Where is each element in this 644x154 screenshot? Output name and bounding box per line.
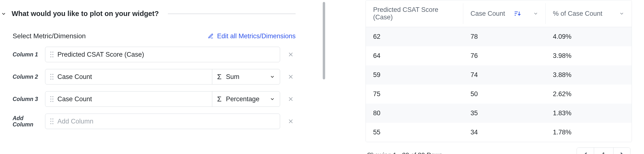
drag-handle-icon[interactable] (50, 118, 54, 125)
table-cell: 50 (463, 84, 546, 104)
drag-handle-icon[interactable] (50, 96, 54, 102)
column-field-1[interactable]: Predicted CSAT Score (Case) (45, 47, 280, 62)
add-column-field[interactable]: Add Column (45, 114, 280, 129)
svg-point-11 (52, 76, 53, 77)
column-field-3[interactable]: Case Count Σ Percentage (45, 91, 280, 107)
page-next-button[interactable] (613, 148, 630, 154)
svg-point-5 (52, 56, 53, 58)
remove-column-button[interactable] (286, 52, 296, 58)
remove-column-button[interactable] (286, 118, 296, 124)
preview-panel: Predicted CSAT Score (Case) Case Count (326, 0, 644, 154)
column-row-2: Column 2 Case Count Σ Sum (12, 69, 296, 84)
table-row[interactable]: 64763.98% (366, 46, 632, 66)
header-label: Case Count (470, 10, 505, 18)
metric-subheader-row: Select Metric/Dimension Edit all Metrics… (12, 32, 322, 40)
table-cell: 74 (463, 66, 546, 84)
table-row[interactable]: 55341.78% (366, 123, 632, 142)
svg-point-26 (50, 121, 51, 122)
aggregate-selector[interactable]: Σ Sum (212, 69, 280, 84)
sigma-icon: Σ (217, 95, 222, 103)
column-field-2[interactable]: Case Count Σ Sum (45, 69, 280, 84)
showing-rows-text: Showing 1 - 20 of 80 Rows (367, 151, 442, 154)
remove-column-button[interactable] (286, 96, 296, 102)
aggregate-selector[interactable]: Σ Percentage (212, 92, 280, 106)
table-row[interactable]: 80351.83% (366, 104, 632, 123)
section-header[interactable]: What would you like to plot on your widg… (0, 10, 322, 18)
column-label: Column 3 (12, 96, 39, 102)
field-value: Predicted CSAT Score (Case) (58, 51, 144, 58)
column-label: Column 1 (12, 51, 39, 58)
table-cell: 4.09% (546, 27, 632, 46)
header-cell-pct-case-count[interactable]: % of Case Count (546, 0, 632, 27)
svg-marker-37 (621, 152, 624, 154)
svg-point-24 (50, 118, 51, 119)
chevron-down-icon[interactable] (0, 10, 7, 18)
svg-point-18 (50, 98, 51, 100)
svg-point-2 (50, 54, 51, 55)
pencil-icon (208, 33, 214, 39)
svg-point-4 (50, 56, 51, 58)
chevron-down-icon[interactable] (533, 11, 538, 16)
edit-all-link[interactable]: Edit all Metrics/Dimensions (208, 32, 296, 40)
app-root: What would you like to plot on your widg… (0, 0, 644, 154)
add-column-placeholder: Add Column (58, 118, 94, 125)
table-footer: Showing 1 - 20 of 80 Rows 1 (366, 148, 632, 154)
table-cell: 3.98% (546, 46, 632, 66)
table-cell: 76 (463, 46, 546, 66)
edit-all-text: Edit all Metrics/Dimensions (217, 32, 296, 40)
header-cell-predicted-csat[interactable]: Predicted CSAT Score (Case) (366, 0, 463, 27)
panel-divider (322, 0, 326, 154)
table-cell: 78 (463, 27, 546, 46)
svg-point-28 (50, 123, 51, 124)
svg-point-1 (52, 52, 53, 52)
remove-column-button[interactable] (286, 74, 296, 80)
column-label: Column 2 (12, 74, 39, 80)
aggregate-value: Sum (226, 73, 240, 81)
svg-point-8 (50, 74, 51, 75)
add-column-row: Add Column Add Column (12, 114, 296, 129)
divider-line (168, 14, 296, 14)
sigma-icon: Σ (217, 73, 222, 81)
svg-point-12 (50, 79, 51, 80)
pager: 1 (577, 148, 630, 154)
chevron-down-icon (270, 96, 275, 102)
drag-handle-icon[interactable] (50, 73, 54, 80)
table-cell: 3.88% (546, 66, 632, 84)
page-prev-button[interactable] (577, 148, 594, 154)
svg-point-3 (52, 54, 53, 55)
table-cell: 34 (463, 123, 546, 142)
select-metric-label: Select Metric/Dimension (12, 32, 86, 40)
svg-point-29 (52, 123, 53, 124)
svg-point-13 (52, 79, 53, 80)
svg-point-20 (50, 101, 51, 102)
table-row[interactable]: 62784.09% (366, 27, 632, 46)
chevron-down-icon (270, 74, 275, 80)
field-selector[interactable]: Case Count (45, 96, 212, 103)
sort-desc-icon[interactable] (514, 11, 521, 16)
header-label: Predicted CSAT Score (Case) (373, 6, 456, 21)
svg-point-17 (52, 96, 53, 97)
page-number[interactable]: 1 (594, 148, 613, 154)
column-row-1: Column 1 Predicted CSAT Score (Case) (12, 47, 296, 62)
field-selector[interactable]: Add Column (45, 118, 280, 125)
section-title: What would you like to plot on your widg… (12, 10, 159, 18)
chevron-down-icon[interactable] (619, 11, 624, 16)
table-cell: 1.83% (546, 104, 632, 123)
svg-point-27 (52, 121, 53, 122)
scrollbar-thumb[interactable] (323, 2, 325, 80)
aggregate-value: Percentage (226, 96, 260, 103)
table-cell: 80 (366, 104, 463, 123)
header-cell-case-count[interactable]: Case Count (463, 0, 546, 27)
table-row[interactable]: 59743.88% (366, 66, 632, 84)
table-row[interactable]: 75502.62% (366, 84, 632, 104)
svg-point-19 (52, 98, 53, 100)
field-value: Case Count (58, 73, 92, 81)
drag-handle-icon[interactable] (50, 51, 54, 58)
svg-point-9 (52, 74, 53, 75)
column-row-3: Column 3 Case Count Σ Percentage (12, 91, 296, 107)
table-head: Predicted CSAT Score (Case) Case Count (366, 0, 632, 27)
field-selector[interactable]: Predicted CSAT Score (Case) (45, 51, 280, 58)
field-selector[interactable]: Case Count (45, 73, 212, 81)
data-table: Predicted CSAT Score (Case) Case Count (366, 0, 632, 142)
table-cell: 2.62% (546, 84, 632, 104)
